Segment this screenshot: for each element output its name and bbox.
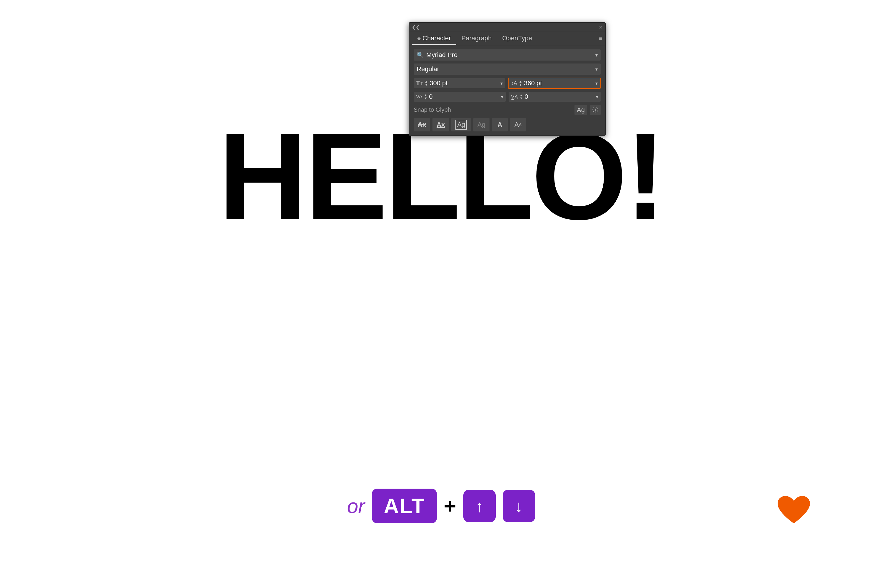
panel-titlebar: ❮❮ ✕ (409, 22, 605, 32)
ag-icon[interactable]: Ag (574, 105, 587, 115)
style-btn-ag-faded[interactable]: Ag (473, 118, 489, 131)
titlebar-left: ❮❮ (412, 24, 420, 30)
kerning-arrows[interactable]: ▲ ▼ (424, 93, 427, 100)
tracking-dropdown-arrow[interactable]: ▾ (596, 94, 598, 100)
leading-dropdown-arrow[interactable]: ▾ (596, 81, 598, 86)
alt-key-badge: ALT (372, 489, 437, 524)
snap-icons: Ag ⓘ (574, 105, 601, 115)
style-btn-a-small-caps[interactable]: AA (510, 118, 526, 131)
snap-to-glyph-label: Snap to Glyph (414, 106, 451, 113)
font-family-value: Myriad Pro (426, 51, 593, 59)
close-icon[interactable]: ✕ (598, 24, 602, 30)
or-label: or (347, 495, 364, 518)
leading-icon: ↕A (511, 80, 517, 86)
style-btn-ax-strikethrough[interactable]: Ax (414, 118, 430, 131)
panel-body: 🔍 Myriad Pro ▾ Regular ▾ TT ▲ ▼ 300 pt ▾ (409, 45, 605, 135)
font-size-dropdown-arrow[interactable]: ▾ (500, 81, 503, 86)
style-btn-ag-box[interactable]: Ag (451, 118, 471, 131)
font-size-value: 300 pt (429, 80, 499, 87)
panel-tabs: ◆ Character Paragraph OpenType ≡ (409, 32, 605, 45)
kerning-icon: VA (416, 94, 422, 100)
tracking-icon: V̲A (511, 94, 518, 100)
kerning-value: 0 (429, 93, 499, 100)
tab-paragraph-label: Paragraph (462, 34, 492, 42)
panel-menu-icon[interactable]: ≡ (598, 35, 602, 42)
character-panel: ❮❮ ✕ ◆ Character Paragraph OpenType ≡ 🔍 … (409, 22, 606, 136)
tracking-arrows[interactable]: ▲ ▼ (519, 93, 523, 100)
font-family-row[interactable]: 🔍 Myriad Pro ▾ (414, 50, 601, 61)
tracking-value: 0 (525, 93, 594, 100)
plus-sign: + (444, 494, 456, 518)
size-leading-row: TT ▲ ▼ 300 pt ▾ ↕A ▲ ▼ 360 pt ▾ (414, 78, 601, 89)
info-icon[interactable]: ⓘ (590, 105, 601, 115)
collapse-icon[interactable]: ❮❮ (412, 24, 420, 30)
search-icon: 🔍 (417, 51, 424, 58)
tab-opentype-label: OpenType (502, 34, 532, 42)
tracking-group[interactable]: V̲A ▲ ▼ 0 ▾ (508, 92, 601, 102)
style-btn-ax-underline[interactable]: Ax (432, 118, 449, 131)
kerning-group[interactable]: VA ▲ ▼ 0 ▾ (414, 92, 506, 102)
tab-character[interactable]: ◆ Character (412, 32, 456, 45)
font-style-value: Regular (417, 65, 596, 73)
font-size-icon: TT (416, 80, 423, 87)
font-style-dropdown-arrow[interactable]: ▾ (596, 66, 598, 72)
tab-character-label: Character (423, 34, 451, 42)
heart-icon (776, 495, 812, 528)
style-btn-a-caps[interactable]: A (492, 118, 508, 131)
shortcut-area: or ALT + ↑ ↓ (0, 489, 882, 524)
leading-arrows[interactable]: ▲ ▼ (519, 80, 522, 86)
tab-opentype[interactable]: OpenType (497, 32, 537, 45)
up-arrow-badge: ↑ (464, 490, 496, 522)
kerning-dropdown-arrow[interactable]: ▾ (501, 94, 503, 100)
font-family-dropdown-arrow[interactable]: ▾ (596, 52, 598, 58)
kerning-tracking-row: VA ▲ ▼ 0 ▾ V̲A ▲ ▼ 0 ▾ (414, 92, 601, 102)
down-arrow-badge: ↓ (503, 490, 535, 522)
tab-diamond-icon: ◆ (417, 36, 421, 41)
leading-group[interactable]: ↕A ▲ ▼ 360 pt ▾ (508, 78, 601, 89)
leading-value: 360 pt (524, 80, 594, 87)
font-style-row[interactable]: Regular ▾ (414, 63, 601, 75)
tab-paragraph[interactable]: Paragraph (456, 32, 497, 45)
snap-row: Snap to Glyph Ag ⓘ (414, 105, 601, 115)
font-size-group[interactable]: TT ▲ ▼ 300 pt ▾ (414, 78, 505, 88)
style-buttons-row: Ax Ax Ag Ag A AA (414, 118, 601, 131)
font-size-arrows[interactable]: ▲ ▼ (424, 80, 428, 86)
